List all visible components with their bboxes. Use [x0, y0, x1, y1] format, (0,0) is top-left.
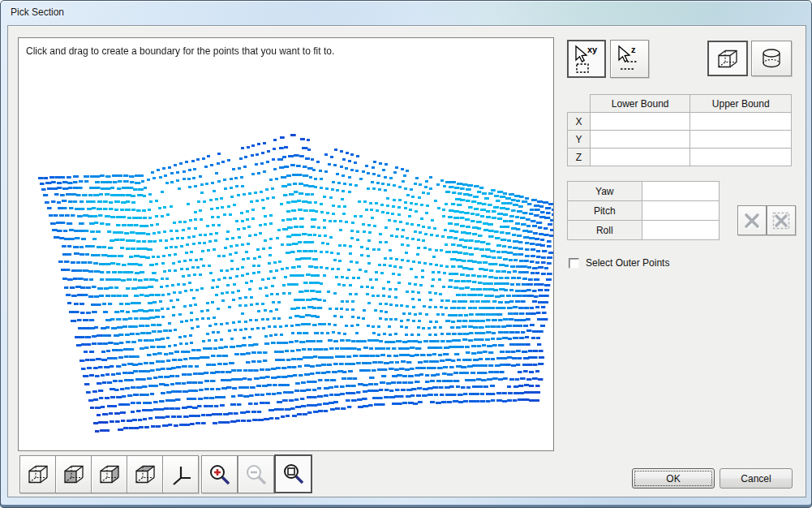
pick-section-dialog: Pick Section Click and drag to create a …	[0, 0, 812, 508]
point-cloud-canvas[interactable]	[19, 38, 553, 450]
instruction-text: Click and drag to create a boundary for …	[26, 45, 334, 57]
upper-bound-header: Upper Bound	[690, 95, 792, 113]
z-lower-input[interactable]	[590, 149, 690, 166]
view-front-button[interactable]	[55, 455, 92, 493]
cube-top-shaded-icon	[133, 463, 157, 485]
cursor-xy-icon: xy	[570, 43, 603, 75]
select-z-button[interactable]: z	[610, 40, 649, 78]
orientation-table: Yaw Pitch Roll	[567, 181, 720, 240]
x-upper-input[interactable]	[690, 113, 792, 131]
y-upper-input[interactable]	[690, 131, 792, 149]
axes-icon	[169, 463, 193, 486]
lower-bound-header: Lower Bound	[590, 95, 690, 113]
cylinder-icon	[759, 47, 784, 70]
pitch-label: Pitch	[568, 201, 642, 221]
view-isometric-button[interactable]	[19, 455, 56, 493]
select-outer-points-label: Select Outer Points	[586, 257, 669, 269]
cube-right-shaded-icon	[97, 463, 122, 485]
select-outer-points-checkbox[interactable]	[569, 258, 579, 269]
row-label-z: Z	[568, 149, 591, 166]
pitch-input[interactable]	[642, 201, 719, 221]
y-lower-input[interactable]	[590, 131, 690, 149]
z-upper-input[interactable]	[690, 149, 792, 166]
bounds-table: Lower Bound Upper Bound X Y Z	[567, 94, 792, 166]
zoom-window-button[interactable]	[274, 454, 312, 493]
dialog-client-area: Click and drag to create a boundary for …	[7, 25, 806, 497]
zoom-window-icon	[281, 463, 306, 485]
dialog-title: Pick Section	[11, 6, 64, 18]
svg-text:xy: xy	[587, 45, 598, 54]
yaw-label: Yaw	[568, 182, 642, 201]
zoom-in-button[interactable]	[201, 455, 238, 493]
cylinder-selection-button[interactable]	[751, 41, 792, 76]
3d-viewport[interactable]: Click and drag to create a boundary for …	[18, 37, 554, 451]
ok-button[interactable]: OK	[632, 468, 715, 489]
titlebar[interactable]: Pick Section	[1, 1, 811, 25]
view-top-button[interactable]	[127, 455, 163, 493]
select-outer-points-row: Select Outer Points	[569, 257, 669, 269]
zoom-out-button[interactable]	[238, 455, 274, 493]
cube-wireframe-icon	[715, 48, 740, 70]
cube-iso-icon	[26, 463, 50, 485]
row-label-x: X	[568, 113, 591, 131]
roll-input[interactable]	[642, 221, 719, 240]
cursor-z-icon: z	[613, 43, 646, 75]
row-label-y: Y	[568, 131, 591, 149]
view-axes-button[interactable]	[162, 455, 199, 493]
cancel-button[interactable]: Cancel	[720, 468, 793, 489]
view-right-button[interactable]	[91, 455, 127, 493]
x-lower-input[interactable]	[590, 113, 690, 131]
select-xy-button[interactable]: xy	[567, 40, 606, 78]
roll-label: Roll	[568, 221, 642, 240]
clear-box-button[interactable]	[767, 205, 796, 235]
clear-selection-button[interactable]	[737, 205, 767, 235]
cube-front-shaded-icon	[62, 463, 86, 485]
yaw-input[interactable]	[642, 182, 719, 201]
zoom-out-icon	[244, 463, 269, 486]
svg-text:z: z	[631, 45, 636, 54]
zoom-in-icon	[208, 463, 232, 486]
box-selection-button[interactable]	[707, 41, 748, 76]
bounds-corner-cell	[568, 95, 591, 113]
clear-x-icon	[741, 210, 763, 231]
clear-box-x-icon	[771, 210, 792, 231]
